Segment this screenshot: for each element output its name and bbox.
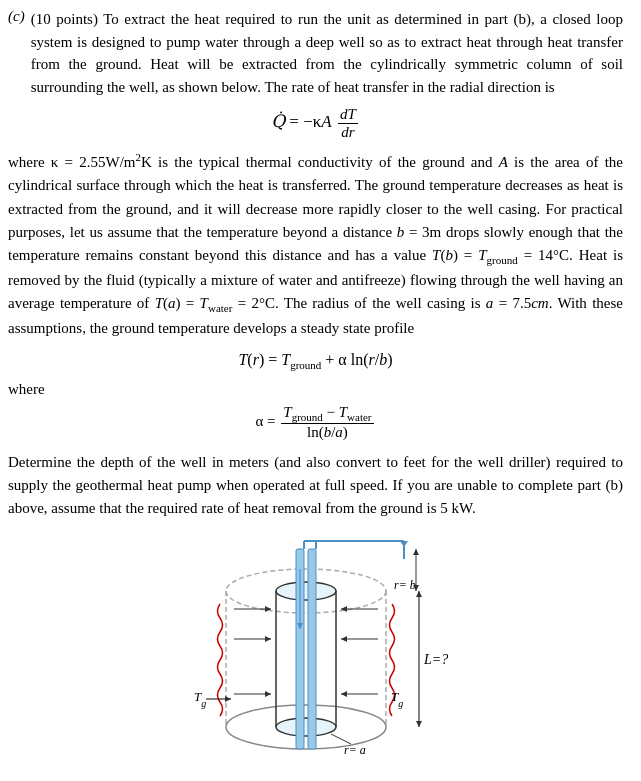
alpha-equation: α = Tground − Twater ln(b/a) [8, 404, 623, 441]
temperature-profile-equation: T(r) = Tground + α ln(r/b) [8, 351, 623, 371]
svg-point-4 [276, 582, 336, 600]
svg-marker-40 [416, 721, 422, 727]
dr-denominator: dr [339, 124, 356, 141]
svg-marker-30 [413, 549, 419, 555]
svg-marker-18 [341, 636, 347, 642]
q-dot-symbol: Q̇ [271, 112, 285, 131]
svg-text:r= b: r= b [394, 578, 416, 592]
alpha-denominator: ln(b/a) [305, 424, 350, 441]
svg-text:L=?: L=? [423, 652, 448, 667]
points-label: (10 points) [31, 11, 104, 27]
svg-point-7 [276, 718, 336, 736]
heat-transfer-equation: Q̇ = −κA dT dr [8, 106, 623, 141]
svg-marker-20 [265, 691, 271, 697]
problem-header: (c) (10 points) To extract the heat requ… [8, 8, 623, 98]
diagram-area: r= b Tg Tg r= a L=? [8, 539, 623, 769]
where-label-block: where [8, 381, 623, 398]
dt-dr-fraction: dT dr [338, 106, 358, 141]
where-paragraph: where κ = 2.55W/m2K is the typical therm… [8, 149, 623, 341]
alpha-fraction: Tground − Twater ln(b/a) [281, 404, 373, 441]
problem-label: (c) [8, 8, 25, 25]
problem-text: (10 points) To extract the heat required… [31, 8, 623, 98]
svg-marker-16 [265, 636, 271, 642]
alpha-numerator: Tground − Twater [281, 404, 373, 424]
svg-text:Tg: Tg [391, 689, 403, 709]
svg-text:Tg: Tg [194, 689, 206, 709]
svg-marker-22 [341, 691, 347, 697]
page-content: (c) (10 points) To extract the heat requ… [8, 8, 623, 769]
where-text: where [8, 381, 45, 397]
equals-sign: = −κA [289, 112, 331, 131]
svg-marker-33 [225, 696, 231, 702]
svg-text:r= a: r= a [344, 743, 366, 757]
dt-numerator: dT [338, 106, 358, 124]
svg-marker-14 [400, 541, 408, 547]
svg-rect-9 [308, 549, 316, 749]
determine-paragraph: Determine the depth of the well in meter… [8, 451, 623, 521]
svg-line-36 [331, 734, 351, 744]
well-diagram: r= b Tg Tg r= a L=? [176, 539, 456, 769]
svg-marker-39 [416, 591, 422, 597]
